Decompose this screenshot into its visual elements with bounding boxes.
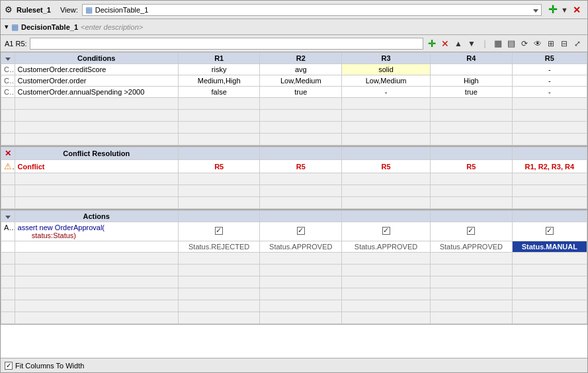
a1-r1-check[interactable] bbox=[178, 222, 260, 241]
a1-r4-check[interactable] bbox=[431, 222, 513, 241]
toolbar-button-2[interactable]: ▼ bbox=[561, 6, 568, 14]
conflict-r5-cell[interactable]: R1, R2, R3, R4 bbox=[512, 160, 587, 173]
checkbox-icon bbox=[382, 227, 390, 235]
actions-collapse-icon[interactable] bbox=[5, 216, 11, 219]
c1-r3[interactable]: solid bbox=[342, 64, 431, 75]
separator: | bbox=[479, 38, 491, 50]
conditions-filler-1 bbox=[1, 98, 587, 110]
bottom-bar: ✓ Fit Columns To Width bbox=[1, 358, 587, 372]
action-row: A1 assert new OrderApproval( status:Stat… bbox=[1, 222, 587, 241]
a1-r5-status[interactable]: Status.MANUAL bbox=[512, 241, 587, 253]
delete-button[interactable]: ✕ bbox=[570, 3, 583, 17]
c3-r2[interactable]: true bbox=[260, 87, 342, 98]
actions-col-header: Actions bbox=[15, 211, 178, 222]
conflict-r5-header bbox=[512, 147, 587, 160]
a1-label[interactable]: assert new OrderApproval( status:Status) bbox=[15, 222, 178, 241]
c3-arrow: C3 bbox=[1, 87, 15, 98]
actions-r2-header bbox=[260, 211, 342, 222]
r4-col-header: R4 bbox=[431, 53, 513, 64]
c1-r5[interactable]: - bbox=[512, 64, 587, 75]
c2-r3[interactable]: Low,Medium bbox=[342, 75, 431, 87]
conflict-arrow-header: ✕ bbox=[1, 147, 15, 160]
tab-bar: ▾ ▦ DecisionTable_1 <enter description> bbox=[1, 19, 587, 35]
remove-row-icon[interactable]: ✕ bbox=[439, 38, 451, 50]
a1-r3-check[interactable] bbox=[342, 222, 431, 241]
add-column-button[interactable]: ✛ bbox=[546, 3, 559, 17]
r5-col-header: R5 bbox=[512, 53, 587, 64]
up-icon[interactable]: ▲ bbox=[452, 38, 464, 50]
view-label: View: bbox=[60, 6, 78, 14]
tab-name[interactable]: DecisionTable_1 bbox=[21, 23, 78, 31]
c1-r4[interactable] bbox=[431, 64, 513, 75]
conflict-table: ✕ Conflict Resolution ⚠ bbox=[1, 147, 587, 209]
view-selector[interactable]: ▦ DecisionTable_1 bbox=[82, 4, 542, 16]
actions-arrow-header bbox=[1, 211, 15, 222]
split-icon[interactable]: ⊞ bbox=[545, 38, 557, 50]
actions-filler-4 bbox=[1, 288, 587, 300]
a1-r3-status[interactable]: Status.APPROVED bbox=[342, 241, 431, 253]
top-toolbar: ⚙ Ruleset_1 View: ▦ DecisionTable_1 ✛ ▼ … bbox=[1, 1, 587, 19]
conflict-r4-header bbox=[431, 147, 513, 160]
c2-r1[interactable]: Medium,High bbox=[178, 75, 260, 87]
actions-filler-2 bbox=[1, 265, 587, 276]
actions-filler-5 bbox=[1, 300, 587, 312]
main-window: ⚙ Ruleset_1 View: ▦ DecisionTable_1 ✛ ▼ … bbox=[0, 0, 588, 373]
conflict-r4-cell[interactable]: R5 bbox=[431, 160, 513, 173]
grid-icon[interactable]: ▦ bbox=[492, 38, 504, 50]
actions-r1-header bbox=[178, 211, 260, 222]
view-table-icon: ▦ bbox=[85, 5, 93, 15]
fit-checkbox[interactable]: ✓ bbox=[5, 362, 13, 370]
actions-header-row: Actions bbox=[1, 211, 587, 222]
c1-r1[interactable]: risky bbox=[178, 64, 260, 75]
a1-r1-status[interactable]: Status.REJECTED bbox=[178, 241, 260, 253]
conditions-table: Conditions R1 R2 R3 R4 R5 C1 CustomerOrd… bbox=[1, 52, 587, 145]
eye-icon[interactable]: 👁 bbox=[532, 38, 544, 50]
a1-r2-check[interactable] bbox=[260, 222, 342, 241]
a1-r2-status[interactable]: Status.APPROVED bbox=[260, 241, 342, 253]
c2-r2[interactable]: Low,Medium bbox=[260, 75, 342, 87]
toolbar-icon-group: ✛ ✕ ▲ ▼ | ▦ ▤ ⟳ 👁 ⊞ ⊟ ⤢ bbox=[426, 38, 583, 50]
tab-description: <enter description> bbox=[81, 23, 143, 31]
conflict-r1-header bbox=[178, 147, 260, 160]
conflict-r3-header bbox=[342, 147, 431, 160]
actions-filler-3 bbox=[1, 276, 587, 288]
a1-r4-status[interactable]: Status.APPROVED bbox=[431, 241, 513, 253]
checkbox-icon bbox=[467, 227, 475, 235]
refresh-icon[interactable]: ⟳ bbox=[519, 38, 530, 50]
c3-r3[interactable]: - bbox=[342, 87, 431, 98]
conflict-r2-cell[interactable]: R5 bbox=[260, 160, 342, 173]
c1-label[interactable]: CustomerOrder.creditScore bbox=[15, 64, 178, 75]
c2-r4[interactable]: High bbox=[431, 75, 513, 87]
conflict-r3-cell[interactable]: R5 bbox=[342, 160, 431, 173]
conditions-section: Conditions R1 R2 R3 R4 R5 C1 CustomerOrd… bbox=[1, 52, 587, 147]
col-icon[interactable]: ⊟ bbox=[558, 38, 570, 50]
c1-r2[interactable]: avg bbox=[260, 64, 342, 75]
expand-icon[interactable]: ⤢ bbox=[571, 38, 583, 50]
c2-r5[interactable]: - bbox=[512, 75, 587, 87]
conflict-r1-cell[interactable]: R5 bbox=[178, 160, 260, 173]
col-arrow-header bbox=[1, 53, 15, 64]
c3-label[interactable]: CustomerOrder.annualSpending >2000 bbox=[15, 87, 178, 98]
c2-label[interactable]: CustomerOrder.order bbox=[15, 75, 178, 87]
down-icon[interactable]: ▼ bbox=[466, 38, 478, 50]
condition-row: C2 CustomerOrder.order Medium,High Low,M… bbox=[1, 75, 587, 87]
actions-r4-header bbox=[431, 211, 513, 222]
cell-input[interactable] bbox=[30, 38, 423, 50]
conflict-label-cell: Conflict bbox=[15, 160, 178, 173]
action-param: status:Status) bbox=[26, 231, 76, 239]
a1-r5-check[interactable] bbox=[512, 222, 587, 241]
actions-filler-6 bbox=[1, 312, 587, 324]
grid-icon-2[interactable]: ▤ bbox=[505, 38, 517, 50]
r2-col-header: R2 bbox=[260, 53, 342, 64]
conditions-header-row: Conditions R1 R2 R3 R4 R5 bbox=[1, 53, 587, 64]
c3-r5[interactable]: - bbox=[512, 87, 587, 98]
table-icon: ▦ bbox=[11, 22, 19, 32]
conflict-x-icon: ✕ bbox=[5, 149, 11, 158]
conflict-row: ⚠ Conflict R5 R5 R5 R5 R1, R2, R3, R4 bbox=[1, 160, 587, 173]
c3-r1[interactable]: false bbox=[178, 87, 260, 98]
add-row-icon[interactable]: ✛ bbox=[426, 38, 438, 50]
condition-row: C1 CustomerOrder.creditScore risky avg s… bbox=[1, 64, 587, 75]
collapse-icon[interactable] bbox=[5, 58, 11, 61]
c3-r4[interactable]: true bbox=[431, 87, 513, 98]
x-icon: ✕ bbox=[573, 5, 581, 15]
